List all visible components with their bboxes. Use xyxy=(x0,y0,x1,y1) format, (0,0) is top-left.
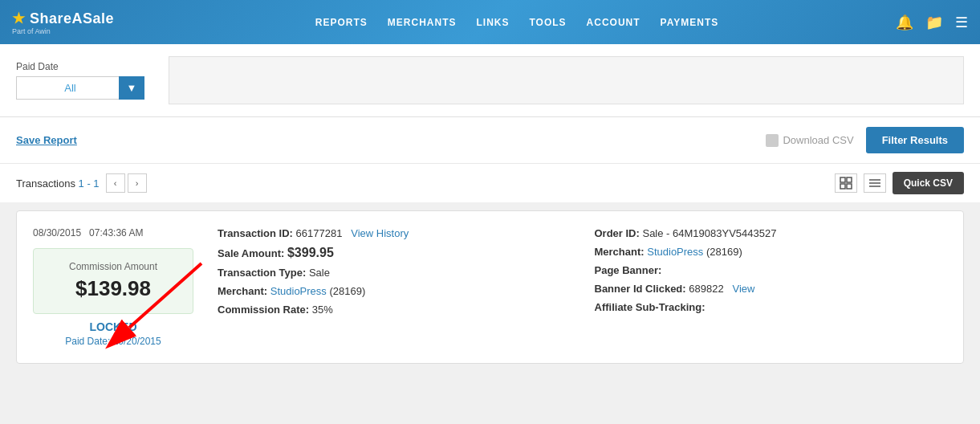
transaction-date: 08/30/2015 xyxy=(33,227,81,238)
paid-date-filter: Paid Date All ▼ xyxy=(16,61,144,100)
transaction-time: 07:43:36 AM xyxy=(89,227,143,238)
transaction-right-panel: Order ID: Sale - 64M19083YV5443527 Merch… xyxy=(587,227,948,347)
action-bar: Save Report Download CSV Filter Results xyxy=(0,117,980,164)
banner-id-label: Banner Id Clicked: xyxy=(595,283,686,295)
locked-status: LOCKED xyxy=(33,320,193,333)
svg-rect-0 xyxy=(840,177,845,182)
commission-rate-field: Commission Rate: 35% xyxy=(218,304,571,316)
save-report-link[interactable]: Save Report xyxy=(16,134,77,146)
svg-rect-1 xyxy=(847,177,852,182)
quick-csv-button[interactable]: Quick CSV xyxy=(893,172,964,194)
pagination-arrows: ‹ › xyxy=(106,173,147,193)
view-history-link[interactable]: View History xyxy=(351,227,409,239)
card-view-icon xyxy=(840,177,852,190)
filter-results-button[interactable]: Filter Results xyxy=(866,127,964,153)
transaction-id-label: Transaction ID: xyxy=(218,227,293,239)
header-icons: 🔔 📁 ☰ xyxy=(896,14,968,31)
logo-star: ★ xyxy=(12,10,26,26)
order-id-field: Order ID: Sale - 64M19083YV5443527 xyxy=(595,227,948,239)
svg-rect-3 xyxy=(847,184,852,189)
merchant-label: Merchant: xyxy=(218,285,267,297)
nav-account[interactable]: ACCOUNT xyxy=(587,17,640,28)
commission-rate-label: Commission Rate: xyxy=(218,304,309,316)
header: ★ ShareASale Part of Awin REPORTS MERCHA… xyxy=(0,0,980,44)
filter-extra-area xyxy=(169,56,964,104)
main-nav: REPORTS MERCHANTS LINKS TOOLS ACCOUNT PA… xyxy=(138,17,896,28)
banner-view-link[interactable]: View xyxy=(733,283,755,295)
nav-tools[interactable]: TOOLS xyxy=(529,17,566,28)
card-view-button[interactable] xyxy=(835,173,857,193)
logo-sub: Part of Awin xyxy=(12,27,114,35)
merchant2-label: Merchant: xyxy=(595,246,645,258)
commission-box: Commission Amount $139.98 xyxy=(33,248,193,314)
nav-merchants[interactable]: MERCHANTS xyxy=(388,17,457,28)
paid-date-select-wrap: All ▼ xyxy=(16,76,144,100)
paid-date: Paid Date: 10/20/2015 xyxy=(33,336,193,347)
download-csv-area: Download CSV xyxy=(766,134,853,147)
merchant-id: (28169) xyxy=(329,285,365,297)
menu-icon[interactable]: ☰ xyxy=(955,14,968,31)
logo-text: ★ ShareASale xyxy=(12,10,114,27)
affiliate-sub-label: Affiliate Sub-Tracking: xyxy=(595,301,706,313)
commission-label: Commission Amount xyxy=(46,261,181,272)
merchant2-link[interactable]: StudioPress xyxy=(647,246,703,258)
paid-date-label: Paid Date: xyxy=(65,336,110,347)
svg-rect-2 xyxy=(840,184,845,189)
action-right: Download CSV Filter Results xyxy=(766,127,964,153)
paid-date-select[interactable]: All xyxy=(16,76,144,100)
merchant-link[interactable]: StudioPress xyxy=(270,285,327,297)
order-id-label: Order ID: xyxy=(595,227,640,239)
page-banner-field: Page Banner: xyxy=(595,264,948,276)
download-icon xyxy=(766,134,779,147)
banner-id-field: Banner Id Clicked: 689822 View xyxy=(595,283,948,295)
transaction-id-field: Transaction ID: 66177281 View History xyxy=(218,227,571,239)
page-banner-label: Page Banner: xyxy=(595,264,662,276)
paid-date-label: Paid Date xyxy=(16,61,144,72)
nav-payments[interactable]: PAYMENTS xyxy=(661,17,719,28)
nav-reports[interactable]: REPORTS xyxy=(315,17,368,28)
bell-icon[interactable]: 🔔 xyxy=(896,14,913,31)
transaction-type-label: Transaction Type: xyxy=(218,267,306,279)
sale-amount-label: Sale Amount: xyxy=(218,247,284,259)
sale-amount-field: Sale Amount: $399.95 xyxy=(218,246,571,260)
banner-id-value: 689822 xyxy=(689,283,723,295)
commission-amount: $139.98 xyxy=(46,276,181,301)
transaction-left-panel: 08/30/2015 07:43:36 AM Commission Amount… xyxy=(33,227,193,347)
next-page-button[interactable]: › xyxy=(128,173,147,193)
order-id-value: Sale - 64M19083YV5443527 xyxy=(642,227,776,239)
merchant2-field: Merchant: StudioPress (28169) xyxy=(595,246,948,258)
list-view-icon xyxy=(868,177,881,190)
transaction-type-value: Sale xyxy=(309,267,330,279)
transaction-middle-panel: Transaction ID: 66177281 View History Sa… xyxy=(209,227,571,347)
transaction-datetime: 08/30/2015 07:43:36 AM xyxy=(33,227,193,238)
nav-links[interactable]: LINKS xyxy=(476,17,509,28)
paid-date-value: 10/20/2015 xyxy=(113,336,161,347)
pagination-left: Transactions 1 - 1 ‹ › xyxy=(16,173,147,193)
merchant-field: Merchant: StudioPress (28169) xyxy=(218,285,571,297)
filter-bar: Paid Date All ▼ xyxy=(0,44,980,117)
affiliate-sub-field: Affiliate Sub-Tracking: xyxy=(595,301,948,313)
download-csv-label: Download CSV xyxy=(783,134,853,146)
list-view-button[interactable] xyxy=(864,173,886,193)
prev-page-button[interactable]: ‹ xyxy=(106,173,125,193)
transactions-label: Transactions 1 - 1 xyxy=(16,177,100,190)
commission-rate-value: 35% xyxy=(312,304,333,316)
transactions-range: 1 - 1 xyxy=(79,177,100,190)
merchant2-id: (28169) xyxy=(706,246,742,258)
transaction-type-field: Transaction Type: Sale xyxy=(218,267,571,279)
pagination-right: Quick CSV xyxy=(835,172,964,194)
folder-icon[interactable]: 📁 xyxy=(925,14,943,31)
pagination-bar: Transactions 1 - 1 ‹ › Quick CSV xyxy=(0,164,980,202)
transaction-card: 08/30/2015 07:43:36 AM Commission Amount… xyxy=(16,210,964,364)
transaction-id-value: 66177281 xyxy=(296,227,343,239)
logo: ★ ShareASale Part of Awin xyxy=(12,10,114,35)
sale-amount-value: $399.95 xyxy=(287,246,334,259)
